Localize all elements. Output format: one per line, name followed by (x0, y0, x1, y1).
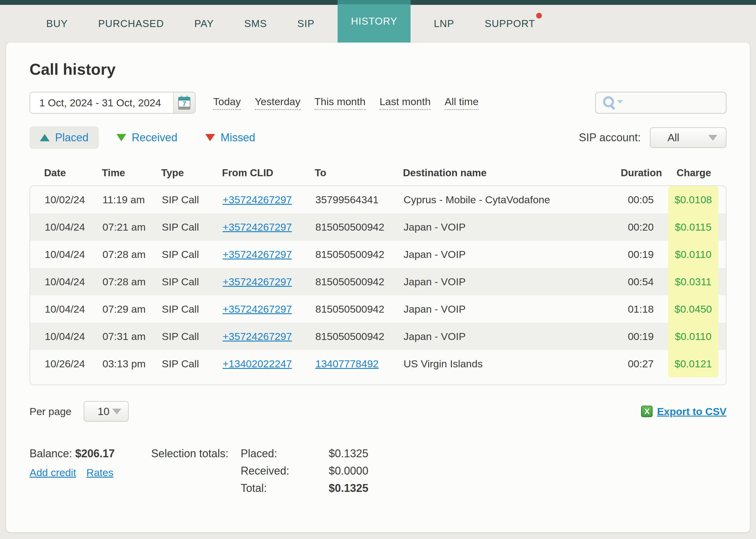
cell-from-clid: +35724267297 (223, 331, 315, 343)
quick-link-all-time[interactable]: All time (445, 96, 478, 110)
per-page-label: Per page (30, 406, 71, 418)
cell-destination: Japan - VOIP (404, 221, 614, 233)
cell-date: 10/04/24 (45, 331, 103, 343)
cell-duration: 01:18 (614, 303, 668, 315)
from-clid-link[interactable]: +13402022247 (223, 358, 292, 369)
table-row: 10/02/2411:19 amSIP Call+357242672973579… (30, 186, 726, 213)
from-clid-link[interactable]: +35724267297 (223, 276, 292, 287)
date-range-input[interactable] (30, 92, 173, 113)
nav-tab-label: PAY (194, 18, 214, 30)
cell-destination: US Virgin Islands (404, 358, 614, 370)
nav-tab-support[interactable]: SUPPORT (477, 5, 542, 42)
export-to-csv-link[interactable]: Export to CSV (657, 406, 726, 418)
cell-from-clid: +35724267297 (223, 276, 315, 288)
total-value: $0.1325 (311, 447, 368, 460)
per-page-dropdown[interactable]: 10 (84, 401, 129, 422)
cell-from-clid: +35724267297 (223, 221, 315, 233)
cell-type: SIP Call (162, 249, 223, 261)
cell-time: 07:31 am (103, 331, 162, 343)
nav-tab-buy[interactable]: BUY (39, 5, 75, 42)
nav-tab-label: SIP (297, 18, 315, 30)
nav-tab-label: SUPPORT (485, 18, 535, 30)
cell-from-clid: +35724267297 (223, 249, 315, 261)
cell-type: SIP Call (162, 221, 223, 233)
nav-tab-pay[interactable]: PAY (187, 5, 221, 42)
call-history-card: Call history 7 TodayYesterdayThis monthL… (6, 42, 750, 532)
nav-tab-purchased[interactable]: PURCHASED (91, 5, 171, 42)
cell-time: 03:13 pm (103, 358, 162, 370)
sip-account-dropdown[interactable]: All (650, 127, 726, 148)
excel-icon: X (641, 406, 653, 417)
quick-link-today[interactable]: Today (213, 96, 241, 110)
quick-link-yesterday[interactable]: Yesterday (255, 96, 301, 110)
col-header-to: To (315, 167, 403, 179)
cell-to: 35799564341 (315, 194, 404, 206)
selection-totals-table: Placed:$0.1325Received:$0.0000Total:$0.1… (240, 447, 368, 495)
chevron-down-icon (112, 409, 121, 415)
to-number-link[interactable]: 13407778492 (315, 358, 379, 369)
cell-to: 815050500942 (315, 303, 404, 315)
page-title: Call history (30, 60, 726, 78)
nav-tab-sms[interactable]: SMS (237, 5, 274, 42)
filter-received[interactable]: Received (106, 126, 188, 149)
quick-link-this-month[interactable]: This month (315, 96, 365, 110)
cell-from-clid: +35724267297 (223, 303, 315, 315)
cell-to: 815050500942 (315, 221, 404, 233)
from-clid-link[interactable]: +35724267297 (223, 331, 292, 342)
summary-section: Balance: $206.17 Add credit Rates Select… (30, 447, 726, 495)
cell-to: 815050500942 (315, 276, 404, 288)
quick-link-last-month[interactable]: Last month (380, 96, 430, 110)
toolbar: 7 TodayYesterdayThis monthLast monthAll … (30, 92, 726, 114)
balance-value: $206.17 (75, 447, 115, 460)
cell-date: 10/04/24 (45, 276, 103, 288)
total-value: $0.0000 (311, 465, 368, 477)
cell-type: SIP Call (162, 358, 223, 370)
filter-missed[interactable]: Missed (195, 126, 265, 149)
search-input[interactable] (623, 92, 756, 113)
nav: BUYPURCHASEDPAYSMSSIPHISTORYLNPSUPPORT (0, 5, 756, 42)
nav-tab-lnp[interactable]: LNP (426, 5, 461, 42)
cell-from-clid: +35724267297 (223, 194, 315, 206)
cell-type: SIP Call (162, 303, 223, 315)
table-footer: Per page 10 X Export to CSV (30, 401, 726, 422)
cell-duration: 00:54 (614, 276, 668, 288)
cell-charge: $0.0110 (668, 323, 718, 350)
nav-tab-history[interactable]: HISTORY (337, 0, 411, 42)
cell-duration: 00:19 (614, 331, 668, 343)
placed-triangle-icon (40, 134, 49, 141)
from-clid-link[interactable]: +35724267297 (223, 194, 292, 205)
cell-date: 10/02/24 (45, 194, 103, 206)
rates-link[interactable]: Rates (86, 467, 113, 479)
cell-type: SIP Call (162, 276, 223, 288)
table-row: 10/04/2407:29 amSIP Call+357242672978150… (30, 295, 726, 323)
notification-dot (536, 13, 542, 19)
export-to-csv[interactable]: X Export to CSV (641, 406, 726, 418)
cell-to: 13407778492 (315, 358, 404, 370)
cell-charge: $0.0121 (668, 350, 718, 377)
cell-to: 815050500942 (315, 249, 404, 261)
search-options-caret-icon[interactable] (617, 100, 623, 104)
col-header-type: Type (161, 167, 222, 179)
chevron-down-icon (708, 135, 717, 141)
search-icon[interactable] (603, 96, 616, 110)
from-clid-link[interactable]: +35724267297 (223, 249, 292, 260)
cell-duration: 00:05 (614, 194, 668, 206)
col-header-time: Time (102, 167, 161, 179)
cell-time: 07:21 am (103, 221, 162, 233)
from-clid-link[interactable]: +35724267297 (223, 303, 292, 315)
add-credit-link[interactable]: Add credit (30, 467, 76, 479)
col-header-duration: Duration (614, 167, 669, 179)
calendar-day-number: 7 (178, 101, 190, 107)
calendar-button[interactable]: 7 (173, 92, 195, 113)
balance-block: Balance: $206.17 Add credit Rates (30, 447, 151, 495)
cell-date: 10/04/24 (45, 221, 103, 233)
cell-duration: 00:27 (614, 358, 668, 370)
nav-tab-sip[interactable]: SIP (290, 5, 322, 42)
sip-account-selected: All (668, 131, 679, 144)
cell-from-clid: +13402022247 (223, 358, 315, 370)
received-triangle-icon (117, 134, 126, 141)
filter-missed-label: Missed (221, 131, 255, 144)
quick-date-links: TodayYesterdayThis monthLast monthAll ti… (213, 96, 479, 110)
from-clid-link[interactable]: +35724267297 (223, 221, 292, 233)
filter-placed[interactable]: Placed (30, 126, 99, 149)
